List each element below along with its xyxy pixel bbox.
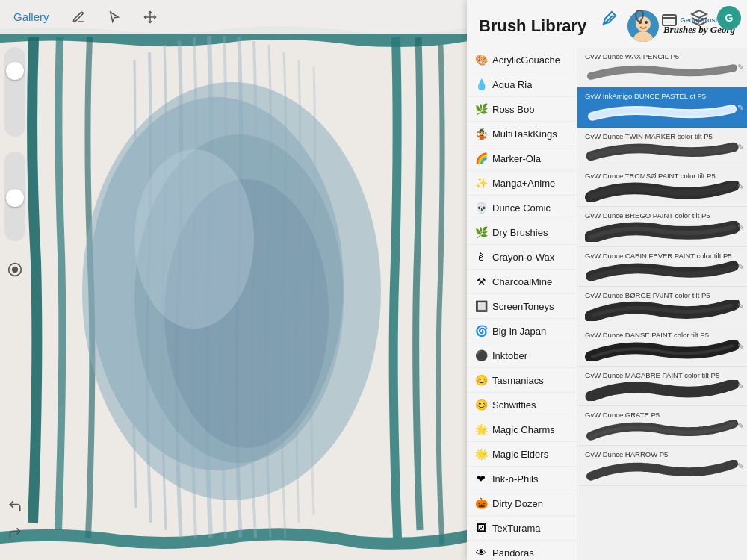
brush-preview-item[interactable]: GvW Dunce GRATE P5 ✎ — [577, 406, 747, 446]
category-icon: ✨ — [474, 177, 488, 189]
brush-preview-name: GvW Dunce MACABRE PAINT color tilt P5 — [585, 371, 740, 380]
brush-preview-item[interactable]: GvW Dunce HARROW P5 ✎ — [577, 446, 747, 485]
sidebar-item-pandoras[interactable]: 👁 Pandoras — [467, 541, 577, 560]
redo-button[interactable] — [3, 521, 27, 545]
brush-tool-button[interactable] — [598, 6, 622, 30]
brush-stroke-preview — [585, 420, 740, 441]
right-toolbar: G — [598, 6, 741, 30]
brush-preview-item[interactable]: GvW Dunce BØRGE PAINT color tilt P5 ✎ — [577, 287, 747, 326]
sidebar-item-crayon-o-wax[interactable]: 🕯 Crayon-o-Wax — [467, 245, 577, 270]
category-name: Crayon-o-Wax — [492, 252, 554, 263]
sidebar-item-marker-ola[interactable]: 🌈 Marker-Ola — [467, 146, 577, 171]
brush-stroke-preview — [585, 261, 740, 281]
brush-preview-item[interactable]: GvW Dunce DANSE PAINT color tilt P5 ✎ — [577, 326, 747, 366]
sidebar-item-dunce-comic[interactable]: 💀 Dunce Comic — [467, 196, 577, 220]
canvas-area[interactable] — [0, 0, 467, 560]
sidebar-item-ink-o-phils[interactable]: ❤ Ink-o-Phils — [467, 467, 577, 491]
undo-button[interactable] — [3, 494, 27, 518]
category-icon: 🌿 — [474, 226, 488, 238]
category-icon: 👁 — [474, 547, 488, 559]
sidebar-item-aqua-ria[interactable]: 💧 Aqua Ria — [467, 72, 577, 97]
category-name: Inktober — [492, 350, 527, 361]
sidebar-item-tasmaniacs[interactable]: 😊 Tasmaniacs — [467, 368, 577, 393]
brush-edit-icon[interactable]: ✎ — [737, 142, 744, 152]
opacity-slider[interactable] — [4, 47, 25, 137]
category-name: MultiTaskKings — [492, 128, 557, 140]
brush-preview-name: GvW Dunce BØRGE PAINT color tilt P5 — [585, 291, 740, 300]
brush-edit-icon[interactable]: ✎ — [737, 222, 744, 231]
sidebar-item-screentoneys[interactable]: 🔲 ScreenToneys — [467, 294, 577, 319]
brush-preview-name: GvW Dunce TWIN MARKER color tilt P5 — [585, 132, 740, 141]
brush-edit-icon[interactable]: ✎ — [737, 381, 744, 391]
brush-preview-item[interactable]: GvW Dunce BREGO PAINT color tilt P5 ✎ — [577, 207, 747, 246]
brush-edit-icon[interactable]: ✎ — [737, 421, 744, 431]
sidebar-item-magic-charms[interactable]: 🌟 Magic Charms — [467, 417, 577, 442]
category-name: Magic Elders — [492, 449, 548, 460]
brush-edit-icon[interactable]: ✎ — [737, 302, 744, 311]
svg-rect-8 — [663, 15, 676, 25]
layers-button[interactable] — [687, 6, 711, 30]
sidebar-item-magic-elders[interactable]: 🌟 Magic Elders — [467, 442, 577, 467]
brush-preview-item[interactable]: GvW InkAmigo DUNCE PASTEL ct P5 ✎ — [577, 87, 747, 127]
brush-edit-icon[interactable]: ✎ — [737, 261, 744, 271]
category-icon: ⚫ — [474, 349, 488, 361]
sidebar-item-dirty-dozen[interactable]: 🎃 Dirty Dozen — [467, 491, 577, 516]
svg-point-12 — [13, 267, 18, 273]
brush-preview-name: GvW Dunce GRATE P5 — [585, 411, 740, 420]
sidebar-item-inktober[interactable]: ⚫ Inktober — [467, 343, 577, 368]
user-avatar[interactable]: G — [717, 6, 741, 30]
brush-preview-name: GvW Dunce BREGO PAINT color tilt P5 — [585, 211, 740, 220]
brush-stroke-preview — [585, 221, 740, 242]
sidebar-item-dry-brushies[interactable]: 🌿 Dry Brushies — [467, 220, 577, 245]
category-icon: 🖼 — [474, 522, 488, 534]
brush-stroke-preview — [585, 340, 740, 361]
brush-edit-icon[interactable]: ✎ — [737, 182, 744, 192]
category-icon: 🔲 — [474, 300, 488, 312]
sidebar-item-multitaskkings[interactable]: 🤹 MultiTaskKings — [467, 122, 577, 146]
gallery-button[interactable]: Gallery — [9, 7, 54, 26]
category-name: Magic Charms — [492, 424, 555, 435]
brush-edit-icon[interactable]: ✎ — [737, 461, 744, 470]
color-picker-button[interactable] — [3, 258, 27, 281]
svg-marker-10 — [692, 10, 707, 18]
brush-stroke-preview — [585, 460, 740, 481]
brush-stroke-preview — [585, 380, 740, 401]
transform-tool-button[interactable] — [139, 7, 161, 27]
brush-edit-icon[interactable]: ✎ — [737, 63, 744, 72]
brush-categories-list: 🎨 AcrylicGouache 💧 Aqua Ria 🌿 Ross Bob 🤹… — [467, 48, 577, 560]
brush-preview-item[interactable]: GvW Dunce TROMSØ PAINT color tilt P5 ✎ — [577, 167, 747, 207]
brush-edit-icon[interactable]: ✎ — [737, 102, 744, 112]
brush-stroke-preview — [585, 181, 740, 202]
modify-tool-button[interactable] — [67, 7, 90, 27]
category-name: Manga+Anime — [492, 178, 555, 189]
category-icon: 🌟 — [474, 448, 488, 460]
brush-stroke-preview — [585, 61, 740, 82]
sidebar-item-schwifties[interactable]: 😊 Schwifties — [467, 393, 577, 417]
brush-stroke-preview — [585, 102, 740, 122]
category-icon: 🤹 — [474, 128, 488, 140]
category-icon: ❤ — [474, 473, 488, 485]
sidebar-item-big-in-japan[interactable]: 🌀 Big In Japan — [467, 319, 577, 343]
erase-tool-button[interactable] — [657, 6, 681, 30]
brush-content: 🎨 AcrylicGouache 💧 Aqua Ria 🌿 Ross Bob 🤹… — [467, 48, 747, 560]
smudge-tool-button[interactable] — [627, 6, 651, 30]
brush-preview-item[interactable]: GvW Dunce CABIN FEVER PAINT color tilt P… — [577, 247, 747, 287]
brush-preview-name: GvW Dunce WAX PENCIL P5 — [585, 52, 740, 61]
brush-preview-item[interactable]: GvW Dunce MACABRE PAINT color tilt P5 ✎ — [577, 367, 747, 406]
brush-preview-item[interactable]: GvW Dunce TWIN MARKER color tilt P5 ✎ — [577, 128, 747, 167]
selection-tool-button[interactable] — [103, 7, 125, 27]
brush-previews-list: GvW Dunce WAX PENCIL P5 ✎GvW InkAmigo DU… — [577, 48, 747, 560]
sidebar-item-ross-bob[interactable]: 🌿 Ross Bob — [467, 97, 577, 122]
brush-preview-item[interactable]: GvW Dunce WAX PENCIL P5 ✎ — [577, 48, 747, 87]
sidebar-item-charcoalmine[interactable]: ⚒ CharcoalMine — [467, 270, 577, 294]
sidebar-item-manga-anime[interactable]: ✨ Manga+Anime — [467, 171, 577, 196]
category-icon: 🌀 — [474, 325, 488, 337]
size-slider[interactable] — [4, 152, 25, 241]
brush-edit-icon[interactable]: ✎ — [737, 341, 744, 351]
left-sidebar — [0, 34, 30, 560]
category-name: ScreenToneys — [492, 301, 554, 312]
brush-library-title: Brush Library — [479, 16, 586, 36]
sidebar-item-texturama[interactable]: 🖼 TexTurama — [467, 516, 577, 541]
category-name: Ross Bob — [492, 104, 534, 115]
sidebar-item-acrylicgouache[interactable]: 🎨 AcrylicGouache — [467, 48, 577, 72]
